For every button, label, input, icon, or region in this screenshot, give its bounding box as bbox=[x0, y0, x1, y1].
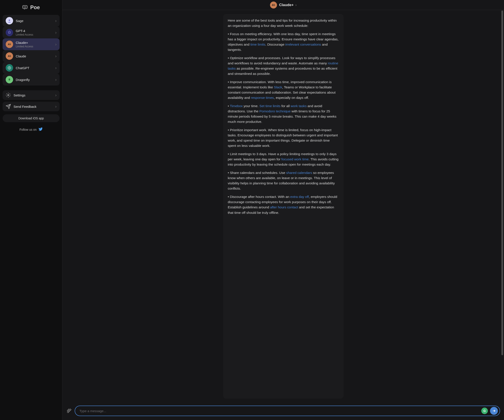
message-p6: • Limit meetings to 3 days. Have a polic… bbox=[228, 151, 339, 167]
chevron-right-icon: › bbox=[55, 54, 57, 59]
sidebar-bot-claudeplus[interactable]: A\\Claude+Limited Access› bbox=[3, 38, 60, 50]
message-p2: • Optimize workflow and processes. Look … bbox=[228, 55, 339, 76]
svg-point-6 bbox=[8, 95, 9, 96]
chevron-right-icon: › bbox=[55, 66, 57, 70]
bot-avatar-claude: A\\ bbox=[6, 52, 13, 60]
header-bot-title: Claude+ bbox=[279, 3, 294, 7]
main-panel: A\\ Claude+ › Here are some of the best … bbox=[62, 0, 504, 420]
message-intro: Here are some of the best tools and tips… bbox=[228, 18, 339, 28]
bot-name: Sage bbox=[16, 19, 53, 23]
link-slack[interactable]: Slack bbox=[274, 85, 282, 89]
bot-sub: Limited Access bbox=[16, 45, 53, 48]
message-p7: • Share calendars and schedules. Use sha… bbox=[228, 170, 339, 191]
bot-avatar-sage bbox=[6, 17, 13, 24]
chat-header[interactable]: A\\ Claude+ › bbox=[62, 0, 504, 10]
link-time-limits[interactable]: time limits bbox=[250, 42, 265, 46]
follow-us: Follow us on bbox=[3, 124, 60, 132]
bot-avatar-claudeplus: A\\ bbox=[6, 41, 13, 48]
message-input-container: G bbox=[75, 406, 500, 416]
send-feedback-button[interactable]: Send Feedback › bbox=[3, 102, 60, 111]
grammarly-badge[interactable]: G bbox=[481, 408, 488, 414]
download-ios-button[interactable]: Download iOS app bbox=[3, 114, 60, 122]
header-bot-avatar: A\\ bbox=[270, 1, 277, 8]
link-focused-work-time[interactable]: focused work time bbox=[281, 157, 309, 161]
chevron-right-icon: › bbox=[295, 3, 296, 7]
link-after-hours-contact[interactable]: after hours contact bbox=[270, 205, 298, 209]
message-p3: • Improve communication. With less time,… bbox=[228, 79, 339, 100]
chevron-right-icon: › bbox=[55, 93, 57, 98]
chevron-right-icon: › bbox=[55, 30, 57, 35]
bot-avatar-gpt4 bbox=[6, 29, 13, 36]
message-p4: • Timebox your time. Set time limits for… bbox=[228, 103, 339, 124]
input-row: G bbox=[62, 402, 504, 420]
sidebar-bot-sage[interactable]: Sage› bbox=[3, 15, 60, 27]
link-timebox[interactable]: Timebox bbox=[230, 104, 243, 108]
bot-avatar-dragonfly bbox=[6, 76, 13, 83]
link-response-times[interactable]: response times bbox=[251, 96, 274, 100]
assistant-message: Here are some of the best tools and tips… bbox=[223, 14, 344, 399]
bot-avatar-chatgpt bbox=[6, 64, 13, 71]
chevron-right-icon: › bbox=[55, 18, 57, 23]
message-p5: • Prioritize important work. When time i… bbox=[228, 127, 339, 148]
svg-point-1 bbox=[24, 7, 25, 7]
logo-text: Poe bbox=[30, 4, 40, 11]
bot-name: Claude bbox=[16, 54, 53, 58]
settings-icon bbox=[6, 93, 11, 98]
message-scroll-area[interactable]: Here are some of the best tools and tips… bbox=[62, 10, 504, 402]
clear-context-icon[interactable] bbox=[66, 408, 72, 414]
svg-rect-0 bbox=[23, 6, 27, 8]
feedback-label: Send Feedback bbox=[13, 105, 53, 108]
svg-point-2 bbox=[25, 7, 26, 7]
chevron-right-icon: › bbox=[55, 77, 57, 82]
send-button[interactable] bbox=[490, 407, 498, 415]
svg-point-5 bbox=[8, 78, 10, 80]
message-input[interactable] bbox=[79, 409, 479, 413]
logo: Poe bbox=[3, 3, 60, 13]
bot-sub: Limited Access bbox=[16, 33, 53, 36]
bot-name: Claude+ bbox=[16, 41, 53, 45]
poe-logo-icon bbox=[22, 5, 28, 10]
send-icon bbox=[6, 104, 11, 109]
settings-label: Settings bbox=[13, 93, 53, 97]
sidebar-bot-gpt4[interactable]: GPT-4Limited Access› bbox=[3, 27, 60, 38]
sidebar-bot-dragonfly[interactable]: Dragonfly› bbox=[3, 74, 60, 86]
chevron-right-icon: › bbox=[55, 42, 57, 47]
follow-label: Follow us on bbox=[19, 128, 37, 131]
scrollbar[interactable] bbox=[501, 11, 504, 402]
message-p8: • Discourage after hours contact. With a… bbox=[228, 194, 339, 215]
bot-name: GPT-4 bbox=[16, 29, 53, 33]
svg-point-3 bbox=[9, 19, 10, 21]
link-set-time-limits[interactable]: Set time limits bbox=[259, 104, 280, 108]
link-irrelevant-conversations[interactable]: irrelevant conversations bbox=[285, 42, 321, 46]
bot-name: ChatGPT bbox=[16, 66, 53, 70]
settings-button[interactable]: Settings › bbox=[3, 90, 60, 100]
link-extra-day-off[interactable]: extra day off bbox=[290, 195, 309, 199]
scrollbar-thumb[interactable] bbox=[501, 11, 503, 355]
sidebar-bot-claude[interactable]: A\\Claude› bbox=[3, 50, 60, 62]
chevron-right-icon: › bbox=[55, 104, 57, 109]
sidebar: Poe Sage›GPT-4Limited Access›A\\Claude+L… bbox=[0, 0, 62, 420]
sidebar-bot-chatgpt[interactable]: ChatGPT› bbox=[3, 62, 60, 74]
bot-name: Dragonfly bbox=[16, 78, 53, 82]
twitter-icon[interactable] bbox=[38, 127, 43, 132]
link-shared-calendars[interactable]: shared calendars bbox=[286, 171, 312, 175]
link-pomodoro[interactable]: Pomodoro technique bbox=[259, 109, 291, 113]
message-p1: • Focus on meeting efficiency. With one … bbox=[228, 31, 339, 52]
link-work-tasks[interactable]: work tasks bbox=[291, 104, 306, 108]
